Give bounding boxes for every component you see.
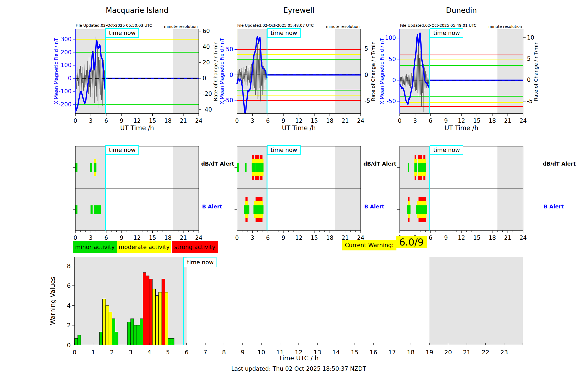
svg-text:-20: -20	[203, 91, 212, 97]
svg-text:-50: -50	[224, 97, 233, 104]
svg-text:15: 15	[311, 118, 318, 124]
svg-text:12: 12	[458, 235, 465, 241]
svg-text:6: 6	[266, 235, 270, 241]
svg-text:18: 18	[164, 235, 172, 241]
time-now-box-alert-dunedin: time now	[430, 145, 463, 155]
svg-text:24: 24	[357, 118, 364, 124]
svg-text:0: 0	[527, 77, 530, 83]
svg-text:3: 3	[413, 118, 417, 124]
svg-text:24: 24	[520, 235, 527, 241]
svg-text:0: 0	[392, 77, 396, 83]
svg-text:3: 3	[89, 118, 93, 124]
legend-strong-activity: strong activity	[172, 241, 218, 253]
legend-moderate-activity: moderate activity	[117, 241, 171, 253]
warning-values-axis-label: Warning Values	[49, 277, 56, 325]
svg-text:9: 9	[444, 235, 448, 241]
svg-text:0: 0	[68, 75, 72, 82]
svg-text:-200: -200	[58, 101, 72, 108]
svg-text:20: 20	[203, 59, 210, 66]
b-alert-label-dunedin: B Alert	[544, 204, 564, 210]
station-chart-dunedin: 03691215182124100500-501050-5	[385, 29, 534, 124]
svg-text:3: 3	[251, 235, 254, 241]
svg-text:18: 18	[489, 118, 496, 124]
svg-text:9: 9	[120, 118, 123, 124]
alert-chart-macquarie-island: 03691215182124	[73, 146, 202, 241]
legend-minor-activity: minor activity	[73, 241, 117, 253]
svg-text:9: 9	[120, 235, 123, 241]
svg-text:-5: -5	[364, 98, 370, 104]
dbdt-alert-label-eyrewell: dB/dT Alert	[363, 161, 396, 167]
svg-text:21: 21	[180, 235, 187, 241]
time-now-box-alert-macquarie: time now	[105, 145, 139, 155]
svg-text:0: 0	[203, 75, 206, 82]
x-axis-label-dunedin: UT Time /h	[400, 124, 523, 131]
time-now-box-top-macquarie: time now	[105, 28, 139, 38]
svg-text:18: 18	[489, 235, 496, 241]
right-axis-label-eyrewell: Rate of Change / nT/min	[370, 41, 376, 101]
x-axis-label-macquarie: UT Time /h	[75, 124, 199, 131]
svg-text:12: 12	[458, 118, 465, 124]
svg-text:5: 5	[364, 46, 368, 52]
svg-text:15: 15	[473, 235, 481, 241]
alert-chart-dunedin: 03691215182124	[397, 146, 527, 241]
svg-text:10: 10	[527, 34, 534, 41]
last-updated-text: Last updated: Thu 02 Oct 2025 18:50:37 N…	[75, 366, 523, 372]
svg-text:5: 5	[527, 56, 530, 62]
svg-text:0: 0	[364, 72, 368, 78]
time-now-box-warning-chart: time now	[183, 258, 217, 267]
station-chart-eyrewell: 03691215182124500-5050-5	[224, 29, 370, 124]
svg-text:15: 15	[149, 235, 156, 241]
svg-text:12: 12	[295, 118, 303, 124]
svg-text:9: 9	[281, 235, 285, 241]
svg-text:12: 12	[134, 235, 141, 241]
svg-text:21: 21	[504, 235, 511, 241]
svg-text:21: 21	[342, 118, 349, 124]
svg-text:40: 40	[203, 44, 210, 50]
svg-text:100: 100	[61, 62, 72, 68]
svg-text:6: 6	[104, 118, 108, 124]
current-warning-value: 6.0/9	[396, 236, 427, 248]
svg-text:50: 50	[226, 46, 233, 53]
dbdt-alert-label-dunedin: dB/dT Alert	[543, 161, 576, 167]
svg-text:0: 0	[235, 118, 239, 124]
dbdt-alert-label-macquarie: dB/dT Alert	[201, 161, 234, 167]
svg-text:18: 18	[326, 235, 333, 241]
left-axis-label-dunedin: X Mean Magnetic Field / nT	[379, 38, 385, 104]
x-axis-label-eyrewell: UT Time /h	[237, 124, 361, 131]
svg-text:4: 4	[67, 302, 71, 309]
left-axis-label-eyrewell: X Mean Magnetic Field / nT	[219, 38, 225, 104]
svg-text:-40: -40	[203, 106, 212, 113]
svg-text:3: 3	[251, 118, 254, 124]
svg-text:15: 15	[473, 118, 481, 124]
svg-text:2: 2	[67, 322, 71, 329]
time-utc-axis-label: Time UTC / h	[75, 355, 523, 362]
svg-text:6: 6	[429, 235, 432, 241]
current-warning-label: Current Warning:	[342, 240, 396, 250]
svg-text:18: 18	[164, 118, 172, 124]
time-now-box-top-dunedin: time now	[430, 28, 463, 38]
svg-text:0: 0	[230, 72, 233, 78]
svg-text:-5: -5	[527, 98, 533, 104]
svg-text:0: 0	[73, 235, 77, 241]
svg-text:-100: -100	[58, 88, 72, 95]
svg-text:24: 24	[520, 118, 527, 124]
svg-text:0: 0	[67, 342, 71, 349]
svg-text:24: 24	[195, 235, 203, 241]
svg-text:100: 100	[385, 35, 396, 41]
svg-text:15: 15	[149, 118, 156, 124]
svg-text:9: 9	[444, 118, 448, 124]
svg-text:-50: -50	[387, 98, 396, 104]
svg-text:9: 9	[281, 118, 285, 124]
time-now-box-alert-eyrewell: time now	[267, 145, 301, 155]
svg-text:15: 15	[311, 235, 318, 241]
svg-text:50: 50	[389, 56, 396, 62]
svg-text:0: 0	[235, 235, 239, 241]
svg-text:6: 6	[104, 235, 108, 241]
svg-text:6: 6	[67, 282, 71, 289]
svg-text:18: 18	[326, 118, 333, 124]
svg-text:0: 0	[73, 118, 77, 124]
b-alert-label-eyrewell: B Alert	[364, 204, 384, 210]
svg-text:24: 24	[195, 118, 203, 124]
svg-text:200: 200	[61, 49, 72, 56]
svg-text:12: 12	[134, 118, 141, 124]
